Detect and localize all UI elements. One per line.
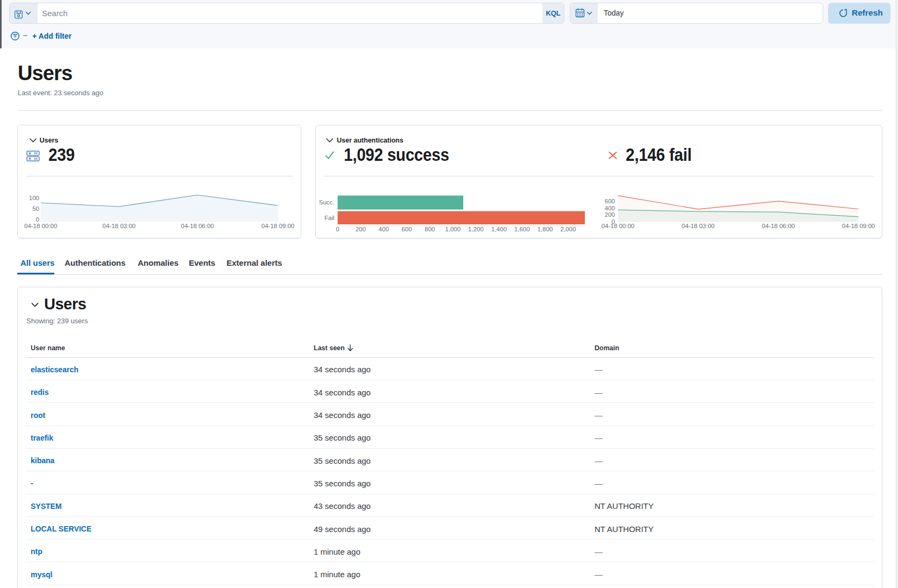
svg-text:0: 0 (336, 226, 339, 232)
svg-text:0: 0 (36, 216, 39, 223)
svg-text:1,800: 1,800 (538, 226, 553, 232)
svg-text:Succ.: Succ. (319, 199, 335, 206)
svg-text:04-18 09:00: 04-18 09:00 (842, 223, 875, 229)
svg-text:04-18 06:00: 04-18 06:00 (181, 223, 214, 229)
svg-text:04-18 06:00: 04-18 06:00 (762, 223, 795, 229)
svg-text:04-18 03:00: 04-18 03:00 (682, 223, 715, 229)
svg-text:04-18 00:00: 04-18 00:00 (602, 223, 634, 229)
svg-text:600: 600 (401, 226, 412, 232)
svg-text:04-18 09:00: 04-18 09:00 (261, 223, 294, 229)
svg-text:Fail: Fail (324, 215, 335, 221)
svg-text:Users: Users (40, 137, 59, 144)
svg-text:1,600: 1,600 (514, 226, 530, 232)
svg-text:User authentications: User authentications (337, 137, 404, 144)
svg-text:04-18 00:00: 04-18 00:00 (24, 223, 57, 229)
svg-text:1,200: 1,200 (468, 226, 484, 232)
svg-text:100: 100 (29, 195, 39, 201)
svg-text:600: 600 (605, 198, 615, 204)
svg-text:200: 200 (605, 211, 615, 218)
svg-text:200: 200 (356, 226, 366, 232)
svg-text:400: 400 (379, 226, 389, 232)
svg-text:800: 800 (425, 226, 435, 232)
svg-text:1,000: 1,000 (445, 226, 461, 232)
svg-text:50: 50 (32, 206, 39, 212)
svg-text:2,000: 2,000 (561, 226, 576, 232)
svg-text:04-18 03:00: 04-18 03:00 (103, 223, 136, 229)
svg-text:400: 400 (605, 205, 615, 211)
svg-text:1,400: 1,400 (491, 226, 507, 232)
